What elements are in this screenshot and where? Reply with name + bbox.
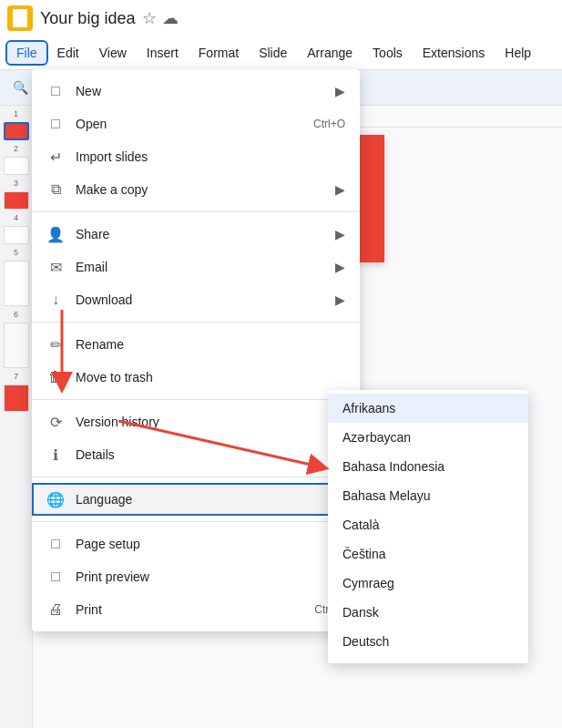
- menu-item-copy[interactable]: ⧉ Make a copy ▶: [32, 173, 360, 206]
- menu-item-preview[interactable]: □ Print preview: [32, 560, 360, 593]
- menu-help[interactable]: Help: [496, 42, 540, 64]
- search-icon[interactable]: 🔍: [7, 75, 33, 100]
- share-arrow: ▶: [335, 227, 345, 241]
- open-label: Open: [76, 117, 302, 131]
- menu-extensions[interactable]: Extensions: [414, 42, 494, 64]
- menu-item-email[interactable]: ✉ Email ▶: [32, 251, 360, 283]
- print-label: Print: [76, 602, 303, 617]
- rename-label: Rename: [76, 337, 345, 352]
- pagesetup-label: Page setup: [76, 537, 345, 551]
- menu-view[interactable]: View: [90, 42, 136, 64]
- copy-label: Make a copy: [76, 182, 324, 197]
- import-icon: ↵: [46, 148, 65, 166]
- menu-item-new[interactable]: □ New ▶: [32, 75, 360, 108]
- lang-cestina[interactable]: Čeština: [328, 539, 528, 569]
- pagesetup-icon: □: [46, 535, 65, 553]
- menu-arrange[interactable]: Arrange: [298, 42, 362, 64]
- menu-item-import[interactable]: ↵ Import slides: [32, 140, 360, 173]
- import-label: Import slides: [76, 149, 345, 164]
- cloud-icon[interactable]: ☁: [162, 8, 179, 28]
- lang-catala[interactable]: Català: [328, 510, 528, 539]
- slide-num-6: 6: [14, 310, 18, 319]
- new-label: New: [76, 84, 324, 98]
- language-icon: 🌐: [46, 490, 65, 508]
- slide-thumb-4[interactable]: [4, 226, 29, 244]
- slide-thumb-7[interactable]: [4, 385, 29, 412]
- slides-panel: 1 2 3 4 5 6 7: [0, 106, 33, 728]
- email-icon: ✉: [46, 258, 65, 276]
- menu-item-version[interactable]: ⟳ Version history ▶: [32, 405, 360, 438]
- preview-icon: □: [46, 568, 65, 586]
- slide-num-1: 1: [14, 109, 18, 118]
- slide-num-4: 4: [14, 213, 18, 222]
- menu-item-print[interactable]: 🖨 Print Ctrl+P: [32, 593, 360, 626]
- menu-item-language[interactable]: 🌐 Language ▶: [32, 483, 360, 516]
- lang-azerbaycan[interactable]: Azərbaycan: [328, 423, 528, 452]
- divider-3: [32, 399, 360, 400]
- copy-icon: ⧉: [46, 180, 65, 199]
- menu-bar: File Edit View Insert Format Slide Arran…: [0, 36, 562, 69]
- slide-num-2: 2: [14, 144, 18, 153]
- new-arrow: ▶: [335, 84, 345, 98]
- lang-deutsch[interactable]: Deutsch: [328, 627, 528, 656]
- app-icon-inner: [13, 9, 27, 27]
- slide-num-3: 3: [14, 179, 18, 188]
- trash-label: Move to trash: [76, 370, 345, 385]
- divider-2: [32, 322, 360, 323]
- menu-tools[interactable]: Tools: [363, 42, 412, 64]
- share-icon: 👤: [46, 225, 65, 243]
- trash-icon: 🗑: [46, 368, 65, 386]
- slide-thumb-3[interactable]: [4, 191, 29, 210]
- top-bar: Your big idea ☆ ☁: [0, 0, 562, 36]
- slide-thumb-2[interactable]: [4, 157, 29, 175]
- menu-item-trash[interactable]: 🗑 Move to trash: [32, 361, 360, 394]
- lang-schweizer[interactable]: Schweizer Hochdeutsch: [328, 656, 528, 663]
- version-label: Version history: [76, 415, 324, 429]
- lang-cymraeg[interactable]: Cymraeg: [328, 569, 528, 598]
- menu-item-open[interactable]: □ Open Ctrl+O: [32, 108, 360, 140]
- lang-afrikaans[interactable]: Afrikaans: [328, 394, 528, 423]
- lang-bahasa-indonesia[interactable]: Bahasa Indonesia: [328, 452, 528, 481]
- copy-arrow: ▶: [335, 182, 345, 197]
- email-arrow: ▶: [335, 260, 345, 274]
- app-icon: [7, 5, 33, 31]
- slide-thumb-1[interactable]: [4, 122, 29, 140]
- slide-num-5: 5: [14, 248, 18, 257]
- share-label: Share: [76, 227, 324, 241]
- divider-4: [32, 477, 360, 477]
- version-icon: ⟳: [46, 413, 65, 431]
- download-icon: ↓: [46, 291, 65, 309]
- menu-slide[interactable]: Slide: [250, 42, 296, 64]
- menu-item-details[interactable]: ℹ Details: [32, 438, 360, 471]
- print-icon: 🖨: [46, 600, 65, 619]
- language-label: Language: [76, 492, 324, 507]
- doc-title[interactable]: Your big idea: [40, 9, 135, 28]
- lang-dansk[interactable]: Dansk: [328, 598, 528, 627]
- preview-label: Print preview: [76, 569, 345, 584]
- new-icon: □: [46, 82, 65, 100]
- lang-bahasa-melayu[interactable]: Bahasa Melayu: [328, 481, 528, 510]
- language-submenu: Afrikaans Azərbaycan Bahasa Indonesia Ba…: [328, 390, 528, 663]
- download-arrow: ▶: [335, 292, 345, 307]
- open-shortcut: Ctrl+O: [313, 118, 345, 130]
- star-icon[interactable]: ☆: [142, 8, 157, 28]
- menu-insert[interactable]: Insert: [138, 42, 188, 64]
- download-label: Download: [76, 292, 324, 307]
- menu-item-rename[interactable]: ✏ Rename: [32, 328, 360, 361]
- title-icons: ☆ ☁: [142, 8, 179, 28]
- menu-edit[interactable]: Edit: [48, 42, 88, 64]
- slide-num-7: 7: [14, 372, 18, 381]
- menu-item-share[interactable]: 👤 Share ▶: [32, 218, 360, 251]
- menu-item-pagesetup[interactable]: □ Page setup: [32, 528, 360, 560]
- details-label: Details: [76, 447, 345, 462]
- slide-thumb-5[interactable]: [4, 261, 29, 306]
- menu-file[interactable]: File: [7, 42, 46, 64]
- open-icon: □: [46, 115, 65, 133]
- file-dropdown: □ New ▶ □ Open Ctrl+O ↵ Import slides ⧉ …: [32, 69, 360, 631]
- divider-5: [32, 521, 360, 522]
- divider-1: [32, 211, 360, 212]
- menu-format[interactable]: Format: [189, 42, 248, 64]
- rename-icon: ✏: [46, 335, 65, 354]
- slide-thumb-6[interactable]: [4, 323, 29, 368]
- menu-item-download[interactable]: ↓ Download ▶: [32, 283, 360, 316]
